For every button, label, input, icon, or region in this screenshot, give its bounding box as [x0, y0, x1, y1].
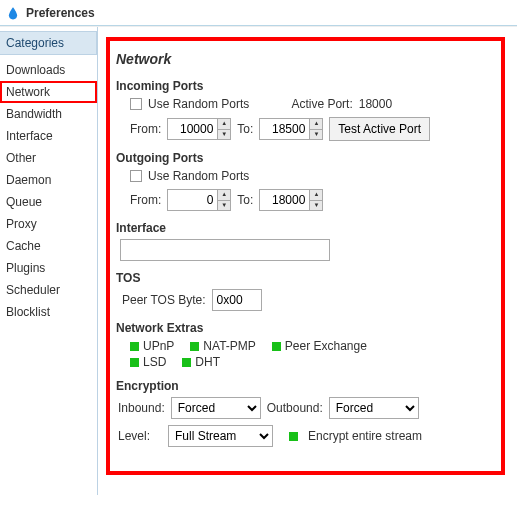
incoming-title: Incoming Ports	[116, 79, 491, 93]
inbound-select[interactable]: Forced	[171, 397, 261, 419]
outgoing-ports-group: Outgoing Ports Use Random Ports From: ▲▼…	[116, 151, 491, 211]
spin-down-icon[interactable]: ▼	[218, 201, 230, 211]
sidebar-item-other[interactable]: Other	[0, 147, 97, 169]
outgoing-from-spinner[interactable]: ▲▼	[167, 189, 231, 211]
categories-sidebar: Categories Downloads Network Bandwidth I…	[0, 27, 98, 495]
outgoing-from-input[interactable]	[167, 189, 217, 211]
incoming-ports-group: Incoming Ports Use Random Ports Active P…	[116, 79, 491, 141]
test-active-port-button[interactable]: Test Active Port	[329, 117, 430, 141]
checkbox-icon	[130, 358, 139, 367]
content-area: Network Incoming Ports Use Random Ports …	[98, 27, 517, 495]
level-select[interactable]: Full Stream	[168, 425, 273, 447]
tos-label: Peer TOS Byte:	[122, 293, 206, 307]
interface-input[interactable]	[120, 239, 330, 261]
tos-title: TOS	[116, 271, 491, 285]
window-title: Preferences	[26, 6, 95, 20]
sidebar-item-blocklist[interactable]: Blocklist	[0, 301, 97, 323]
incoming-to-spinner[interactable]: ▲▼	[259, 118, 323, 140]
app-icon	[6, 6, 20, 20]
incoming-to-label: To:	[237, 122, 253, 136]
sidebar-item-network[interactable]: Network	[0, 81, 97, 103]
title-bar: Preferences	[0, 0, 517, 26]
outgoing-from-label: From:	[130, 193, 161, 207]
sidebar-item-interface[interactable]: Interface	[0, 125, 97, 147]
encrypt-entire-label: Encrypt entire stream	[308, 429, 422, 443]
sidebar-item-plugins[interactable]: Plugins	[0, 257, 97, 279]
tos-group: TOS Peer TOS Byte:	[116, 271, 491, 311]
extra-dht[interactable]: DHT	[182, 355, 220, 369]
outgoing-random-label: Use Random Ports	[148, 169, 249, 183]
sidebar-item-proxy[interactable]: Proxy	[0, 213, 97, 235]
spin-down-icon[interactable]: ▼	[218, 130, 230, 140]
interface-title: Interface	[116, 221, 491, 235]
outgoing-to-input[interactable]	[259, 189, 309, 211]
extra-pex[interactable]: Peer Exchange	[272, 339, 367, 353]
outbound-label: Outbound:	[267, 401, 323, 415]
sidebar-item-daemon[interactable]: Daemon	[0, 169, 97, 191]
spin-down-icon[interactable]: ▼	[310, 201, 322, 211]
extra-natpmp[interactable]: NAT-PMP	[190, 339, 255, 353]
checkbox-icon	[182, 358, 191, 367]
sidebar-item-cache[interactable]: Cache	[0, 235, 97, 257]
outgoing-to-label: To:	[237, 193, 253, 207]
checkbox-icon	[190, 342, 199, 351]
extra-lsd[interactable]: LSD	[130, 355, 166, 369]
sidebar-header: Categories	[0, 31, 97, 55]
tos-input[interactable]	[212, 289, 262, 311]
level-label: Level:	[118, 429, 162, 443]
checkbox-icon[interactable]	[289, 432, 298, 441]
sidebar-item-queue[interactable]: Queue	[0, 191, 97, 213]
active-port-value: 18000	[359, 97, 392, 111]
spin-down-icon[interactable]: ▼	[310, 130, 322, 140]
outgoing-to-spinner[interactable]: ▲▼	[259, 189, 323, 211]
outgoing-title: Outgoing Ports	[116, 151, 491, 165]
extras-group: Network Extras UPnP NAT-PMP Peer Exchang…	[116, 321, 491, 369]
encryption-title: Encryption	[116, 379, 491, 393]
spin-up-icon[interactable]: ▲	[310, 190, 322, 201]
checkbox-icon	[130, 342, 139, 351]
encryption-group: Encryption Inbound: Forced Outbound: For…	[116, 379, 491, 447]
outgoing-random-checkbox[interactable]	[130, 170, 142, 182]
sidebar-item-bandwidth[interactable]: Bandwidth	[0, 103, 97, 125]
extra-upnp[interactable]: UPnP	[130, 339, 174, 353]
sidebar-item-scheduler[interactable]: Scheduler	[0, 279, 97, 301]
incoming-from-spinner[interactable]: ▲▼	[167, 118, 231, 140]
panel-title: Network	[116, 51, 491, 67]
incoming-to-input[interactable]	[259, 118, 309, 140]
checkbox-icon	[272, 342, 281, 351]
incoming-random-label: Use Random Ports	[148, 97, 249, 111]
highlight-frame: Network Incoming Ports Use Random Ports …	[106, 37, 505, 475]
sidebar-item-downloads[interactable]: Downloads	[0, 59, 97, 81]
interface-group: Interface	[116, 221, 491, 261]
extras-title: Network Extras	[116, 321, 491, 335]
spin-up-icon[interactable]: ▲	[218, 190, 230, 201]
outbound-select[interactable]: Forced	[329, 397, 419, 419]
incoming-from-label: From:	[130, 122, 161, 136]
inbound-label: Inbound:	[118, 401, 165, 415]
incoming-from-input[interactable]	[167, 118, 217, 140]
spin-up-icon[interactable]: ▲	[310, 119, 322, 130]
incoming-random-checkbox[interactable]	[130, 98, 142, 110]
spin-up-icon[interactable]: ▲	[218, 119, 230, 130]
active-port-label: Active Port:	[291, 97, 352, 111]
